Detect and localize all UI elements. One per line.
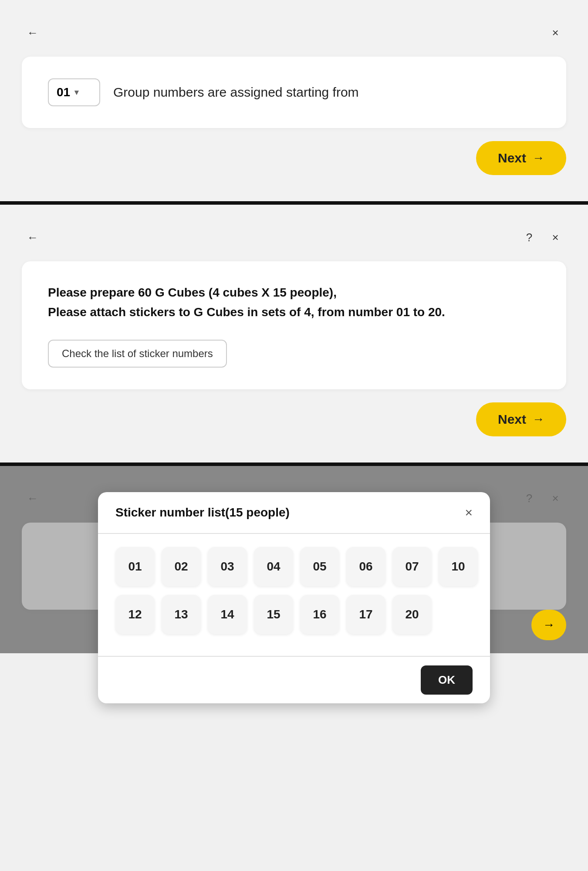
sticker-item: 03 xyxy=(208,547,247,586)
sticker-item: 15 xyxy=(254,595,293,634)
sticker-item: 13 xyxy=(162,595,201,634)
section1-next-arrow-icon: → xyxy=(532,151,544,165)
section1-card-text: Group numbers are assigned starting from xyxy=(113,85,359,100)
modal-header: Sticker number list(15 people) × xyxy=(98,492,490,534)
section1-back-button[interactable]: ← xyxy=(22,22,44,44)
dropdown-value: 01 xyxy=(57,85,70,99)
section2-next-label: Next xyxy=(498,412,526,427)
section2-help-button[interactable]: ? xyxy=(518,226,540,248)
sticker-item: 04 xyxy=(254,547,293,586)
sticker-item: 10 xyxy=(439,547,478,586)
sticker-item: 06 xyxy=(346,547,385,586)
section1-next-label: Next xyxy=(498,151,526,165)
section2-card: Please prepare 60 G Cubes (4 cubes X 15 … xyxy=(22,261,566,389)
section2-next-arrow-icon: → xyxy=(532,412,544,426)
sticker-item: 12 xyxy=(115,595,155,634)
modal-footer: OK xyxy=(98,656,490,703)
sticker-item: 02 xyxy=(162,547,201,586)
section2-back-button[interactable]: ← xyxy=(22,226,44,248)
section1-next-button[interactable]: Next → xyxy=(476,141,566,175)
section2-title-line2: Please attach stickers to G Cubes in set… xyxy=(48,303,540,322)
sticker-grid-row1: 0102030405060710 xyxy=(115,547,473,586)
section1-close-button[interactable]: × xyxy=(544,22,566,44)
section2-close-button[interactable]: × xyxy=(544,226,566,248)
section2-next-button[interactable]: Next → xyxy=(476,402,566,436)
sticker-item: 07 xyxy=(392,547,432,586)
section2-title-line1: Please prepare 60 G Cubes (4 cubes X 15 … xyxy=(48,283,540,303)
sticker-item: 05 xyxy=(300,547,339,586)
sticker-item: 14 xyxy=(208,595,247,634)
sticker-item xyxy=(439,595,478,634)
modal-body: 0102030405060710 12131415161720 xyxy=(98,534,490,656)
sticker-item: 01 xyxy=(115,547,155,586)
section2-right-icons: ? × xyxy=(518,226,566,248)
sticker-grid-row2: 12131415161720 xyxy=(115,595,473,634)
section2-card-title: Please prepare 60 G Cubes (4 cubes X 15 … xyxy=(48,283,540,322)
sticker-item: 16 xyxy=(300,595,339,634)
section2-navbar: ← ? × xyxy=(22,226,566,248)
sticker-item: 20 xyxy=(392,595,432,634)
modal-close-button[interactable]: × xyxy=(465,505,473,520)
modal-ok-button[interactable]: OK xyxy=(421,665,473,695)
group-number-dropdown[interactable]: 01 ▾ xyxy=(48,78,100,106)
modal-overlay: Sticker number list(15 people) × 0102030… xyxy=(0,466,588,653)
section1-navbar: ← × xyxy=(22,22,566,44)
dropdown-arrow-icon: ▾ xyxy=(74,88,78,97)
sticker-modal: Sticker number list(15 people) × 0102030… xyxy=(98,492,490,703)
check-sticker-list-button[interactable]: Check the list of sticker numbers xyxy=(48,340,227,368)
modal-title: Sticker number list(15 people) xyxy=(115,506,290,520)
section1-card: 01 ▾ Group numbers are assigned starting… xyxy=(22,57,566,128)
sticker-item: 17 xyxy=(346,595,385,634)
